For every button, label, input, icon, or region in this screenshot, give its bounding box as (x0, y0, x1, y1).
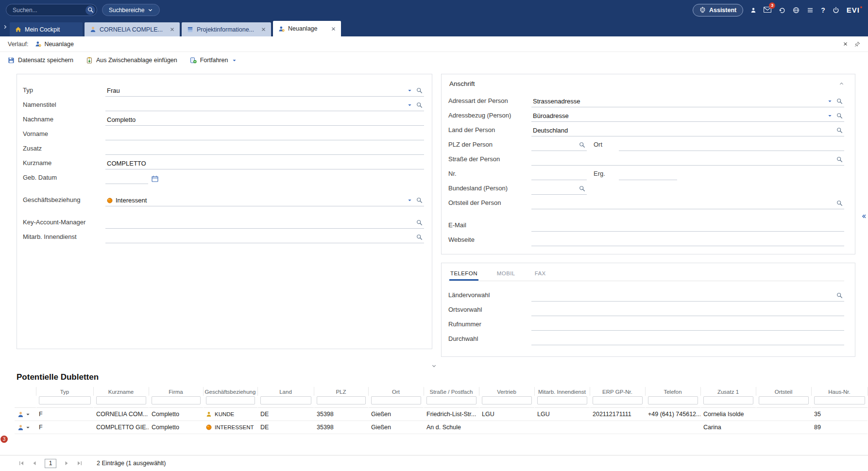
table-row[interactable]: F COMPLETTO GIE... Completto INTERESSENT… (15, 421, 868, 434)
key-account-manager-input[interactable] (105, 217, 424, 229)
search-icon[interactable] (836, 156, 843, 163)
mitarb-innendienst-input[interactable] (105, 232, 424, 243)
paste-from-clipboard-button[interactable]: Aus Zwischenablage einfügen (86, 57, 177, 64)
geschaeftsbeziehung-input[interactable]: Interessent (105, 195, 424, 206)
webseite-input[interactable] (531, 235, 844, 246)
column-header[interactable]: PLZ (314, 387, 368, 396)
column-filter-input[interactable] (39, 396, 91, 404)
redo-icon[interactable] (779, 7, 785, 14)
chevron-down-icon[interactable] (232, 58, 237, 63)
expand-nav-icon[interactable] (2, 24, 8, 30)
zusatz-input[interactable] (105, 143, 424, 155)
tab-neuanlage[interactable]: Neuanlage (273, 21, 341, 36)
search-icon[interactable] (416, 197, 423, 203)
globe-icon[interactable] (793, 7, 800, 14)
column-filter-input[interactable] (371, 396, 421, 404)
chevron-down-icon[interactable] (26, 425, 30, 430)
close-icon[interactable] (170, 27, 174, 32)
namenstitel-input[interactable] (105, 100, 424, 111)
column-header[interactable]: Firma (149, 387, 203, 396)
splitter-collapse-icon[interactable] (431, 363, 437, 369)
column-header[interactable]: ERP GP-Nr. (590, 387, 645, 396)
pin-icon[interactable] (854, 41, 860, 47)
column-header[interactable]: Ort (368, 387, 424, 396)
search-icon[interactable] (416, 219, 423, 226)
history-item-neuanlage[interactable]: Neuanlage (35, 41, 73, 48)
continue-button[interactable]: Fortfahren (190, 57, 237, 64)
column-filter-input[interactable] (206, 396, 255, 404)
close-icon[interactable] (843, 42, 848, 46)
menu-icon[interactable] (807, 7, 814, 14)
search-icon[interactable] (836, 113, 843, 119)
tab-mobil[interactable]: MOBIL (496, 266, 516, 281)
search-input[interactable] (12, 6, 85, 14)
column-filter-input[interactable] (593, 396, 643, 404)
search-icon[interactable] (579, 185, 585, 192)
tab-telefon[interactable]: TELEFON (449, 266, 478, 281)
column-header[interactable]: Zusatz 1 (700, 387, 756, 396)
strasse-input[interactable] (531, 154, 844, 166)
ort-input[interactable] (619, 139, 844, 151)
chevron-down-icon[interactable] (408, 103, 412, 107)
nachname-input[interactable]: Completto (105, 114, 424, 126)
search-icon[interactable] (836, 292, 843, 299)
search-icon[interactable] (579, 142, 585, 148)
expand-side-panel-icon[interactable] (861, 214, 867, 219)
kurzname-input[interactable]: COMPLETTO (105, 158, 424, 169)
column-filter-input[interactable] (482, 396, 532, 404)
close-icon[interactable] (331, 27, 336, 31)
user-icon[interactable] (750, 7, 756, 13)
last-page-icon[interactable] (77, 460, 83, 466)
search-icon[interactable] (416, 102, 423, 108)
laendervorwahl-input[interactable] (531, 290, 844, 302)
chevron-down-icon[interactable] (828, 99, 832, 103)
assistant-button[interactable]: Assistent (693, 4, 743, 17)
chevron-down-icon[interactable] (26, 412, 30, 417)
corner-notification-badge[interactable]: 3 (0, 436, 8, 443)
rufnummer-input[interactable] (531, 319, 844, 331)
chevron-down-icon[interactable] (408, 198, 412, 202)
adressbezug-input[interactable]: Büroadresse (531, 110, 844, 122)
mail-button[interactable]: 3 (764, 6, 771, 15)
column-filter-input[interactable] (317, 396, 366, 404)
ortsteil-input[interactable] (531, 198, 844, 209)
first-page-icon[interactable] (18, 460, 24, 466)
adressart-input[interactable]: Strassenadresse (531, 96, 844, 107)
column-header[interactable]: Land (257, 387, 314, 396)
plz-input[interactable] (531, 139, 587, 151)
global-search[interactable] (6, 4, 97, 16)
collapse-section-icon[interactable] (839, 81, 844, 86)
column-filter-input[interactable] (537, 396, 587, 404)
column-header[interactable]: Geschäftsbeziehung (203, 387, 257, 396)
column-filter-input[interactable] (96, 396, 146, 404)
search-icon[interactable] (416, 87, 423, 94)
geb-datum-input[interactable] (105, 172, 148, 184)
column-filter-input[interactable] (648, 396, 698, 404)
column-filter-input[interactable] (759, 396, 809, 404)
column-header[interactable]: Haus-Nr. (811, 387, 868, 396)
search-icon[interactable] (836, 200, 843, 206)
tab-projektinformationen[interactable]: Projektinformatione... (182, 22, 271, 36)
power-icon[interactable] (833, 7, 839, 14)
search-scope-button[interactable]: Suchbereiche (102, 4, 160, 16)
vorname-input[interactable] (105, 129, 424, 140)
chevron-down-icon[interactable] (828, 114, 832, 118)
table-row[interactable]: F CORNELIA COM... Completto KUNDE DE 353… (15, 408, 868, 421)
erg-input[interactable] (619, 168, 677, 180)
help-icon[interactable]: ? (821, 6, 825, 14)
column-header[interactable]: Typ (36, 387, 93, 396)
column-filter-input[interactable] (703, 396, 753, 404)
ortsvorwahl-input[interactable] (531, 304, 844, 316)
column-header[interactable]: Ortsteil (756, 387, 811, 396)
search-icon[interactable] (416, 234, 423, 240)
column-header[interactable]: Kurzname (93, 387, 149, 396)
column-header[interactable]: Mitarb. Innendienst (534, 387, 590, 396)
land-input[interactable]: Deutschland (531, 125, 844, 136)
column-filter-input[interactable] (152, 396, 201, 404)
calendar-icon[interactable] (152, 175, 158, 182)
column-header[interactable]: Telefon (645, 387, 700, 396)
tab-cornelia-completto[interactable]: CORNELIA COMPLE... (85, 22, 180, 36)
tab-mein-cockpit[interactable]: Mein Cockpit (10, 22, 83, 36)
search-icon[interactable] (836, 98, 843, 104)
next-page-icon[interactable] (64, 460, 69, 466)
